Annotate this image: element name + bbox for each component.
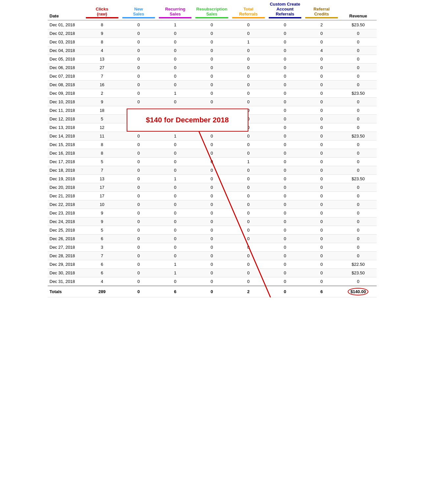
table-cell: 0 — [303, 132, 340, 140]
table-cell: 0 — [120, 132, 157, 140]
table-cell: 0 — [267, 140, 303, 149]
table-cell: 0 — [340, 149, 376, 158]
table-cell: 10 — [84, 200, 120, 209]
table-row: Dec 25, 201850000000 — [48, 226, 377, 235]
table-cell: 0 — [267, 123, 303, 132]
table-cell: Dec 06, 2018 — [48, 63, 84, 72]
table-cell: 0 — [157, 72, 193, 81]
table-row: Dec 21, 2018170000000 — [48, 192, 377, 200]
table-cell: 0 — [193, 106, 230, 115]
table-cell: 0 — [193, 166, 230, 175]
table-cell: $23.50 — [340, 89, 376, 98]
table-row: Dec 18, 201870000000 — [48, 166, 377, 175]
table-cell: 0 — [230, 260, 267, 269]
table-cell: 0 — [157, 140, 193, 149]
table-cell: 0 — [157, 115, 193, 123]
table-cell: 1 — [157, 20, 193, 29]
table-cell: 0 — [157, 106, 193, 115]
table-cell: 0 — [193, 217, 230, 226]
table-cell: Dec 23, 2018 — [48, 209, 84, 217]
table-cell: 0 — [230, 226, 267, 235]
table-cell: 0 — [267, 269, 303, 277]
table-cell: 0 — [340, 81, 376, 89]
table-cell: 0 — [193, 20, 230, 29]
table-cell: 0 — [193, 140, 230, 149]
table-cell: 0 — [303, 149, 340, 158]
table-cell: 0 — [230, 140, 267, 149]
table-row: Dec 08, 2018160000000 — [48, 81, 377, 89]
table-cell: 1 — [157, 269, 193, 277]
table-cell: 0 — [303, 252, 340, 260]
table-cell: 0 — [230, 20, 267, 29]
table-cell: 0 — [157, 55, 193, 63]
table-cell: 0 — [193, 89, 230, 98]
table-cell: 8 — [84, 20, 120, 29]
table-cell: 0 — [267, 72, 303, 81]
table-cell: 1 — [230, 158, 267, 166]
table-cell: 0 — [303, 183, 340, 192]
table-cell: 0 — [230, 115, 267, 123]
table-cell: 0 — [157, 209, 193, 217]
table-cell: Dec 19, 2018 — [48, 175, 84, 183]
table-cell: 0 — [193, 158, 230, 166]
revenue-circled: $140.00 — [348, 288, 368, 295]
col-resub: ResubscriptionSales — [193, 0, 230, 20]
table-row: Dec 12, 201850000000 — [48, 115, 377, 123]
table-cell: 0 — [303, 72, 340, 81]
table-cell: 0 — [120, 123, 157, 132]
table-cell: 0 — [120, 252, 157, 260]
table-cell: 0 — [267, 46, 303, 55]
totals-revenue: $140.00 — [340, 286, 376, 297]
table-cell: 0 — [157, 98, 193, 106]
table-cell: 0 — [340, 166, 376, 175]
table-cell: 0 — [340, 183, 376, 192]
table-cell: 0 — [267, 89, 303, 98]
table-cell: 0 — [157, 200, 193, 209]
table-cell: 0 — [340, 98, 376, 106]
table-cell: 13 — [84, 55, 120, 63]
table-cell: 0 — [120, 55, 157, 63]
table-cell: 0 — [157, 158, 193, 166]
table-cell: Dec 09, 2018 — [48, 89, 84, 98]
table-cell: 0 — [303, 106, 340, 115]
table-cell: 0 — [303, 260, 340, 269]
table-cell: 0 — [267, 277, 303, 286]
totals-referral: 6 — [303, 286, 340, 297]
table-cell: 0 — [303, 38, 340, 46]
table-cell: Dec 22, 2018 — [48, 200, 84, 209]
table-row: Dec 16, 201880000000 — [48, 149, 377, 158]
table-cell: 0 — [340, 140, 376, 149]
table-row: Dec 23, 201890000000 — [48, 209, 377, 217]
table-cell: 0 — [267, 183, 303, 192]
table-cell: 0 — [230, 63, 267, 72]
table-cell: 0 — [230, 166, 267, 175]
table-cell: 0 — [230, 252, 267, 260]
table-cell: 0 — [193, 260, 230, 269]
table-cell: 0 — [230, 277, 267, 286]
table-cell: 0 — [340, 38, 376, 46]
table-cell: 0 — [340, 106, 376, 115]
table-cell: 0 — [267, 55, 303, 63]
table-cell: Dec 16, 2018 — [48, 149, 84, 158]
table-cell: 0 — [193, 252, 230, 260]
table-cell: 0 — [120, 98, 157, 106]
table-row: Dec 24, 201890000000 — [48, 217, 377, 226]
table-cell: 0 — [303, 158, 340, 166]
table-cell: 0 — [193, 277, 230, 286]
table-cell: 0 — [303, 29, 340, 38]
table-cell: 0 — [157, 81, 193, 89]
table-cell: 0 — [120, 243, 157, 252]
table-cell: 1 — [157, 132, 193, 140]
col-total: TotalReferrals — [230, 0, 267, 20]
table-cell: $23.50 — [340, 269, 376, 277]
table-cell: 0 — [157, 29, 193, 38]
table-cell: 0 — [120, 20, 157, 29]
table-cell: 0 — [230, 183, 267, 192]
table-row: Dec 05, 2018130000000 — [48, 55, 377, 63]
table-cell: 0 — [267, 200, 303, 209]
table-cell: Dec 10, 2018 — [48, 98, 84, 106]
table-cell: 0 — [120, 149, 157, 158]
table-cell: 0 — [193, 98, 230, 106]
totals-clicks: 289 — [84, 286, 120, 297]
table-cell: 0 — [230, 123, 267, 132]
